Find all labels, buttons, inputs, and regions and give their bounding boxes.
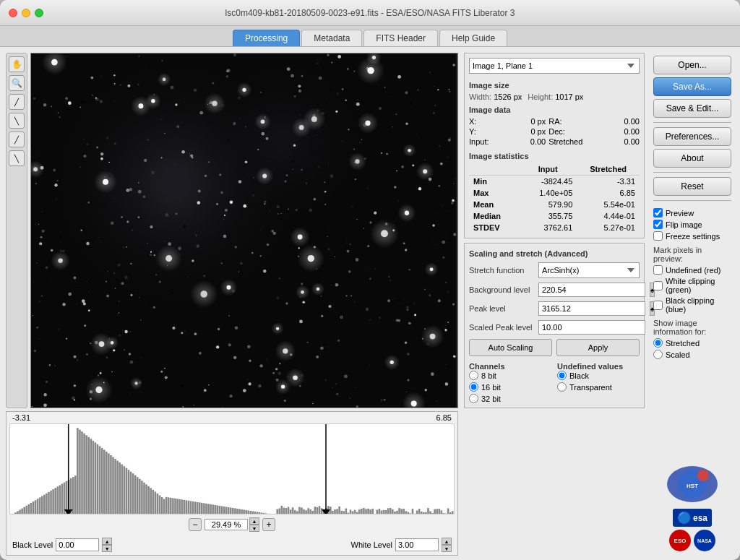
stats-row: Max1.40e+056.85 <box>469 187 640 199</box>
open-button[interactable]: Open... <box>653 56 731 74</box>
image-select-dropdown[interactable]: Image 1, Plane 1 <box>469 58 640 74</box>
image-area: ✋ 🔍 ╱ ╲ ╱ ╲ <box>6 53 458 408</box>
histogram-max-label: 6.85 <box>436 413 452 422</box>
separator-3 <box>653 200 731 201</box>
undefined-section: Undefined values Black Transparent <box>557 361 640 403</box>
channel-16bit[interactable]: 16 bit <box>469 382 551 392</box>
svg-point-2 <box>697 470 709 481</box>
save-as-button[interactable]: Save As... <box>653 77 731 96</box>
scaled-peak-input[interactable] <box>538 320 645 335</box>
traffic-lights <box>9 9 43 17</box>
stretched-value: 0.00 <box>605 137 640 146</box>
white-level-up[interactable]: ▲ <box>442 538 452 545</box>
tab-fits-header[interactable]: FITS Header <box>363 30 438 46</box>
save-edit-button[interactable]: Save & Edit... <box>653 99 731 118</box>
peak-level-input[interactable] <box>538 301 645 316</box>
star-field-canvas <box>31 53 456 408</box>
pencil-tool-3[interactable]: ╱ <box>9 132 25 147</box>
white-clip-item[interactable]: White clipping (green) <box>653 277 731 294</box>
left-panel: ✋ 🔍 ╱ ╲ ╱ ╲ -3.31 6.85 <box>6 53 458 554</box>
black-clip-checkbox[interactable] <box>653 301 663 310</box>
undefined-red-checkbox[interactable] <box>653 265 663 275</box>
background-level-row: Background level ♠ <box>469 283 640 297</box>
background-level-input[interactable] <box>538 283 645 297</box>
flip-image-checkbox-item[interactable]: Flip image <box>653 220 731 229</box>
scaling-title: Scaling and stretch (Advanced) <box>469 249 640 258</box>
esa-nasa-logos: 🔵 esa <box>673 509 712 527</box>
pencil-tool-1[interactable]: ╱ <box>9 94 25 110</box>
preferences-button[interactable]: Preferences... <box>653 127 731 146</box>
hand-tool[interactable]: ✋ <box>9 56 25 72</box>
height-label: Height: <box>528 92 553 101</box>
undefined-transparent-radio[interactable] <box>557 382 567 392</box>
stats-row-label: STDEV <box>469 222 519 233</box>
stretched-radio-item[interactable]: Stretched <box>653 338 731 348</box>
level-controls: Black Level ▲ ▼ White Level ▲ ▼ <box>7 535 457 555</box>
preview-checkbox[interactable] <box>653 208 663 217</box>
stretched-radio[interactable] <box>653 338 663 348</box>
zoom-in-button[interactable]: + <box>262 518 275 531</box>
white-level-input[interactable] <box>395 538 439 551</box>
white-level-down[interactable]: ▼ <box>442 545 452 552</box>
channel-32bit-radio[interactable] <box>469 394 478 403</box>
about-button[interactable]: About <box>653 149 731 168</box>
undefined-transparent[interactable]: Transparent <box>557 382 640 392</box>
scaling-buttons: Auto Scaling Apply <box>469 339 640 356</box>
eso-logo: ESO <box>669 530 691 551</box>
black-level-up[interactable]: ▲ <box>102 538 112 545</box>
freeze-settings-checkbox-item[interactable]: Freeze settings <box>653 231 731 241</box>
scaled-radio-item[interactable]: Scaled <box>653 350 731 359</box>
tab-help-guide[interactable]: Help Guide <box>439 30 507 46</box>
channel-8bit-radio[interactable] <box>469 371 478 380</box>
apply-button[interactable]: Apply <box>556 339 640 356</box>
black-level-input[interactable] <box>56 538 99 551</box>
main-content: ✋ 🔍 ╱ ╲ ╱ ╲ -3.31 6.85 <box>0 47 740 560</box>
white-clip-checkbox[interactable] <box>653 281 663 290</box>
zoom-out-button[interactable]: − <box>189 518 202 531</box>
channel-32bit[interactable]: 32 bit <box>469 394 551 403</box>
stats-row-label: Median <box>469 210 519 222</box>
flip-image-checkbox[interactable] <box>653 220 663 229</box>
preview-checkbox-item[interactable]: Preview <box>653 208 731 217</box>
minimize-button[interactable] <box>22 9 30 17</box>
undefined-black[interactable]: Black <box>557 371 640 380</box>
black-clip-item[interactable]: Black clipping (blue) <box>653 296 731 314</box>
maximize-button[interactable] <box>35 9 43 17</box>
undefined-black-radio[interactable] <box>557 371 567 380</box>
esa-logo: 🔵 esa <box>673 509 712 527</box>
undefined-red-item[interactable]: Undefined (red) <box>653 265 731 275</box>
width-item: Width: 1526 px <box>469 92 522 101</box>
tabs-bar: Processing Metadata FITS Header Help Gui… <box>0 26 740 47</box>
ra-label: RA: <box>548 117 602 126</box>
stretch-function-select[interactable]: ArcSinh(x) <box>538 262 640 278</box>
zoom-down-stepper[interactable]: ▼ <box>249 525 259 532</box>
stats-row-label: Max <box>469 187 519 199</box>
zoom-tool[interactable]: 🔍 <box>9 75 25 91</box>
options-section: Preview Flip image Freeze settings Mark … <box>653 205 731 362</box>
white-level-label: White Level <box>351 540 392 549</box>
auto-scaling-button[interactable]: Auto Scaling <box>469 339 552 356</box>
stretched-radio-label: Stretched <box>666 339 700 348</box>
height-value: 1017 px <box>555 92 583 101</box>
undefined-radio-group: Black Transparent <box>557 371 640 392</box>
channel-16bit-radio[interactable] <box>469 382 478 392</box>
black-clip-label: Black clipping (blue) <box>666 296 731 314</box>
input-label: Input: <box>469 137 508 146</box>
freeze-settings-checkbox[interactable] <box>653 231 663 241</box>
separator-2 <box>653 172 731 173</box>
right-sidebar: Open... Save As... Save & Edit... Prefer… <box>650 53 734 554</box>
tab-metadata[interactable]: Metadata <box>301 30 362 46</box>
close-button[interactable] <box>9 9 17 17</box>
stats-col-input: Input <box>519 163 577 176</box>
zoom-display: 29.49 % ▲ ▼ <box>205 517 259 532</box>
channel-8bit[interactable]: 8 bit <box>469 371 551 380</box>
pencil-tool-2[interactable]: ╲ <box>9 113 25 129</box>
stretched-label: Stretched <box>548 137 602 146</box>
reset-button[interactable]: Reset <box>653 177 731 196</box>
tab-processing[interactable]: Processing <box>233 30 300 46</box>
pencil-tool-4[interactable]: ╲ <box>9 150 25 166</box>
black-level-down[interactable]: ▼ <box>102 545 112 552</box>
zoom-up-stepper[interactable]: ▲ <box>249 517 259 525</box>
scaled-radio[interactable] <box>653 350 663 359</box>
histogram-min-label: -3.31 <box>12 413 30 422</box>
